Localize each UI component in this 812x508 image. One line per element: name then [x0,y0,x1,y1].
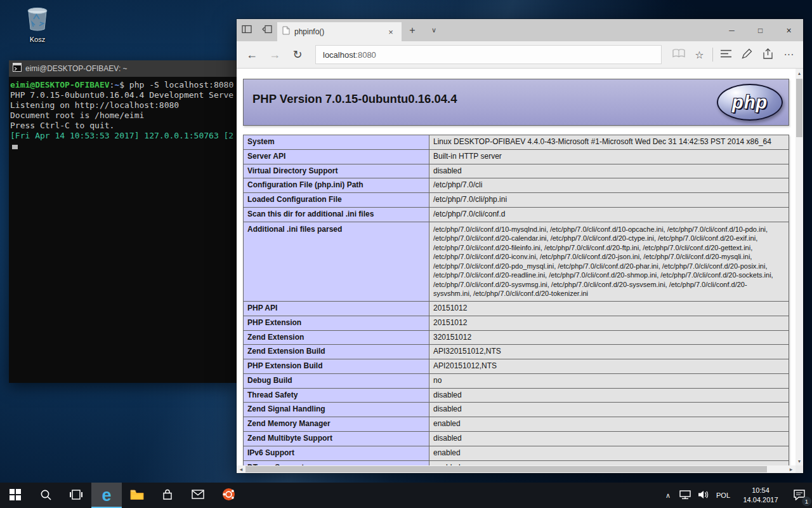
network-icon-button[interactable] [676,483,694,508]
phpinfo-table-row: Zend Multibyte Support disabled [244,432,789,446]
vertical-scrollbar-thumb[interactable] [796,79,802,137]
taskbar-store-button[interactable] [152,483,183,508]
recycle-bin[interactable]: Kosz [16,5,58,43]
terminal-titlebar[interactable]: eimi@DESKTOP-OFIBAEV: ~ [9,60,237,77]
taskbar-mail-button[interactable] [183,483,213,508]
language-indicator[interactable]: POL [712,483,735,508]
phpinfo-table-row: System Linux DESKTOP-OFIBAEV 4.4.0-43-Mi… [244,135,789,150]
mail-icon [192,490,204,501]
new-tab-button[interactable]: + [402,19,423,41]
volume-icon-button[interactable] [694,483,712,508]
refresh-button[interactable]: ↻ [286,44,309,65]
tab-close-button[interactable]: × [385,27,396,37]
share-icon [763,48,773,62]
forward-button[interactable]: → [263,44,286,65]
taskbar-ubuntu-button[interactable] [213,483,244,508]
phpinfo-row-value: Linux DESKTOP-OFIBAEV 4.4.0-43-Microsoft… [429,135,789,150]
taskbar-clock[interactable]: 10:54 14.04.2017 [735,483,787,508]
tray-show-hidden-icons-button[interactable]: ∧ [660,483,676,508]
taskbar-edge-button[interactable]: e [91,483,122,508]
terminal-title: eimi@DESKTOP-OFIBAEV: ~ [25,64,128,73]
phpinfo-row-label: Thread Safety [244,388,429,403]
phpinfo-table-row: Zend Extension Build API320151012,NTS [244,345,789,359]
tabs-preview-button[interactable] [237,19,257,41]
phpinfo-table-row: Zend Memory Manager enabled [244,417,789,432]
scroll-right-arrow[interactable]: ▸ [787,465,796,473]
more-actions-button[interactable]: ··· [778,44,799,65]
scroll-down-arrow[interactable]: ▾ [796,457,803,465]
start-button[interactable] [0,483,30,508]
hub-button[interactable] [716,44,737,65]
add-favorite-button[interactable]: ☆ [689,44,710,65]
taskbar: e ∧ [0,483,812,508]
terminal-command: php -S localhost:8080 [129,80,233,90]
taskbar-file-explorer-button[interactable] [122,483,152,508]
titlebar-drag-area[interactable] [445,19,717,41]
phpinfo-table-row: Zend Signal Handling disabled [244,403,789,417]
terminal-output: PHP 7.0.15-0ubuntu0.16.04.4 Development … [10,90,235,131]
web-notes-button[interactable] [737,44,757,65]
browser-tab-phpinfo[interactable]: phpinfo() × [277,22,402,41]
phpinfo-table-row: DTrace Support enabled [244,460,789,465]
horizontal-scrollbar[interactable]: ◂ ▸ [237,465,796,473]
phpinfo-row-value: disabled [429,403,789,417]
volume-icon [697,490,709,502]
set-tabs-aside-button[interactable] [257,19,277,41]
phpinfo-row-label: PHP Extension [244,316,429,330]
address-bar[interactable]: localhost:8080 [315,45,662,64]
phpinfo-table: System Linux DESKTOP-OFIBAEV 4.4.0-43-Mi… [243,135,789,465]
scroll-left-arrow[interactable]: ◂ [237,465,246,473]
phpinfo-row-value: 20151012 [429,301,789,316]
hub-icon [721,49,731,60]
phpinfo-row-value: /etc/php/7.0/cli/conf.d [429,207,789,222]
close-button[interactable]: × [775,19,803,41]
pen-icon [742,48,752,62]
phpinfo-row-label: Scan this dir for additional .ini files [244,207,429,222]
clock-date: 14.04.2017 [743,495,778,505]
phpinfo-row-value: 20151012 [429,316,789,330]
phpinfo-row-label: Debug Build [244,373,429,388]
action-center-button[interactable]: 1 [787,483,812,508]
phpinfo-table-row: Thread Safety disabled [244,388,789,403]
tab-preview-toggle-icon[interactable]: ∨ [423,19,445,41]
phpinfo-table-row: Zend Extension 320151012 [244,330,789,345]
phpinfo-row-label: Zend Memory Manager [244,417,429,432]
phpinfo-row-label: Zend Extension Build [244,345,429,359]
share-button[interactable] [757,44,778,65]
phpinfo-row-value: API320151012,NTS [429,345,789,359]
phpinfo-row-value: disabled [429,388,789,403]
toolbar-divider [712,48,713,62]
phpinfo-table-body: System Linux DESKTOP-OFIBAEV 4.4.0-43-Mi… [244,135,789,466]
terminal-log-line: [Fri Apr 14 10:53:53 2017] 127.0.0.1:507… [10,131,235,141]
phpinfo-row-value: /etc/php/7.0/cli/conf.d/10-mysqlnd.ini, … [429,222,789,301]
terminal-output-line: Document root is /home/eimi [10,110,235,121]
taskbar-search-button[interactable] [30,483,61,508]
phpinfo-table-row: PHP Extension 20151012 [244,316,789,330]
maximize-button[interactable]: □ [746,19,775,41]
phpinfo-header: PHP Version 7.0.15-0ubuntu0.16.04.4 php [243,79,789,126]
terminal-output-line: Press Ctrl-C to quit. [10,121,235,131]
network-icon [679,490,691,502]
page-favicon [282,26,290,37]
phpinfo-row-label: Additional .ini files parsed [244,222,429,301]
phpinfo-title: PHP Version 7.0.15-0ubuntu0.16.04.4 [244,79,789,106]
set-tabs-aside-icon [262,25,272,36]
phpinfo-row-label: PHP Extension Build [244,359,429,374]
browser-toolbar: ← → ↻ localhost:8080 ☆ [237,41,803,69]
terminal-body: eimi@DESKTOP-OFIBAEV:~$ php -S localhost… [9,77,237,383]
recycle-bin-icon [25,5,49,34]
desktop: Kosz eimi@DESKTOP-OFIBAEV: ~ eimi@DESKTO… [0,0,812,508]
page-content: PHP Version 7.0.15-0ubuntu0.16.04.4 php … [237,69,803,473]
scroll-up-arrow[interactable]: ▴ [796,69,803,77]
phpinfo-row-label: Zend Extension [244,330,429,345]
terminal-cursor [12,145,18,149]
back-button[interactable]: ← [240,44,263,65]
minimize-button[interactable]: ─ [717,19,746,41]
vertical-scrollbar[interactable]: ▴ ▾ [796,69,803,465]
reading-view-button[interactable] [668,44,689,65]
tabs-preview-icon [242,25,252,36]
php-logo[interactable]: php [717,84,783,121]
task-view-button[interactable] [61,483,91,508]
console-icon [13,63,22,74]
horizontal-scrollbar-thumb[interactable] [246,466,767,472]
